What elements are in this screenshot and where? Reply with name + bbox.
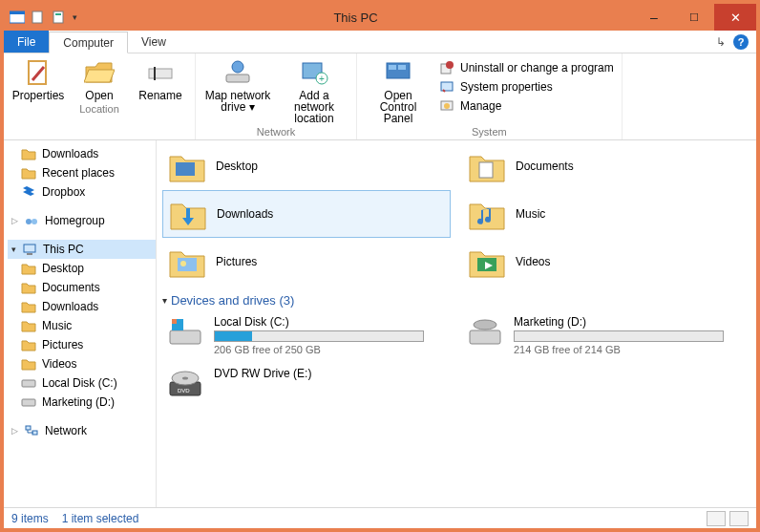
qat-properties-icon[interactable]: [52, 10, 67, 25]
properties-label: Properties: [12, 90, 65, 101]
svg-point-32: [180, 261, 186, 266]
minimize-ribbon-icon[interactable]: ↳: [716, 35, 726, 49]
svg-rect-31: [178, 258, 197, 271]
system-properties-icon: [439, 79, 454, 95]
folder-label: Videos: [516, 255, 550, 268]
quick-access-toolbar: ▾: [4, 10, 77, 25]
maximize-button[interactable]: ☐: [674, 4, 714, 31]
folder-desktop[interactable]: Desktop: [162, 142, 451, 190]
drive-free-label: 214 GB free of 214 GB: [514, 344, 747, 355]
qat-new-icon[interactable]: [31, 10, 46, 25]
svg-rect-6: [149, 69, 172, 78]
folder-label: Pictures: [216, 255, 257, 268]
svg-point-41: [182, 377, 188, 380]
svg-rect-36: [172, 319, 177, 324]
status-item-count: 9 items: [11, 512, 49, 525]
hard-disk-icon: [466, 315, 504, 350]
desktop-folder-icon: [168, 149, 206, 183]
folder-label: Downloads: [217, 207, 273, 221]
svg-point-20: [444, 103, 450, 109]
drive-usage-fill: [215, 331, 252, 341]
properties-button[interactable]: Properties: [11, 57, 65, 101]
nav-pictures[interactable]: Pictures: [8, 335, 156, 354]
chevron-right-icon: ▷: [11, 426, 18, 436]
folder-music[interactable]: Music: [462, 190, 750, 238]
tab-computer[interactable]: Computer: [49, 32, 128, 53]
manage-button[interactable]: Manage: [439, 97, 614, 115]
svg-rect-30: [479, 162, 493, 178]
nav-music[interactable]: Music: [8, 316, 156, 335]
rename-button[interactable]: Rename: [134, 57, 187, 101]
chevron-down-icon: ▾: [11, 245, 16, 254]
drive-marketing-d[interactable]: Marketing (D:) 214 GB free of 214 GB: [462, 311, 750, 359]
manage-label: Manage: [460, 99, 501, 113]
nav-videos[interactable]: Videos: [8, 354, 156, 373]
properties-icon: [23, 57, 53, 88]
nav-downloads-2[interactable]: Downloads: [8, 297, 156, 316]
map-network-drive-button[interactable]: Map network drive ▾: [203, 57, 272, 124]
section-devices[interactable]: ▾ Devices and drives (3): [162, 293, 750, 308]
content-pane[interactable]: Desktop Documents Downloads Music Pictur…: [157, 140, 756, 507]
nav-marketing-d[interactable]: Marketing (D:): [8, 393, 156, 412]
folder-downloads[interactable]: Downloads: [162, 190, 451, 238]
drives-grid: Local Disk (C:) 206 GB free of 250 GB Ma…: [162, 311, 750, 405]
uninstall-icon: [439, 60, 454, 75]
dropbox-icon: [21, 184, 36, 200]
drive-local-c[interactable]: Local Disk (C:) 206 GB free of 250 GB: [162, 311, 451, 359]
open-button[interactable]: Open: [73, 57, 126, 101]
folder-pictures[interactable]: Pictures: [162, 238, 451, 286]
folder-icon: [21, 299, 36, 314]
open-control-panel-button[interactable]: Open Control Panel: [365, 57, 432, 124]
map-drive-icon: [222, 57, 253, 88]
folder-icon: [21, 146, 36, 161]
folder-label: Documents: [516, 160, 574, 173]
nav-downloads[interactable]: Downloads: [8, 144, 156, 163]
details-view-button[interactable]: [707, 511, 726, 526]
drive-icon: [21, 394, 36, 410]
drive-name: Marketing (D:): [514, 315, 747, 329]
tab-view[interactable]: View: [128, 31, 179, 53]
group-system: Open Control Panel Uninstall or change a…: [357, 53, 623, 139]
svg-rect-14: [389, 65, 396, 70]
minimize-button[interactable]: –: [634, 4, 674, 31]
svg-rect-25: [22, 380, 35, 387]
folder-icon: [21, 261, 36, 276]
svg-rect-3: [53, 11, 63, 23]
icons-view-button[interactable]: [729, 511, 749, 526]
help-button[interactable]: ?: [733, 34, 749, 50]
nav-homegroup[interactable]: ▷Homegroup: [8, 211, 156, 230]
drive-icon: [21, 375, 36, 391]
videos-folder-icon: [468, 245, 506, 279]
nav-recent-places[interactable]: Recent places: [8, 163, 156, 182]
nav-dropbox[interactable]: Dropbox: [8, 182, 156, 202]
nav-documents[interactable]: Documents: [8, 278, 156, 297]
nav-this-pc[interactable]: ▾This PC: [8, 240, 156, 259]
add-network-location-button[interactable]: + Add a network location: [280, 57, 348, 124]
nav-desktop[interactable]: Desktop: [8, 259, 156, 278]
svg-rect-18: [441, 82, 453, 91]
system-properties-button[interactable]: System properties: [439, 78, 614, 96]
pictures-folder-icon: [168, 245, 206, 279]
uninstall-program-button[interactable]: Uninstall or change a program: [439, 59, 614, 76]
dvd-drive-icon: DVD: [166, 367, 204, 401]
system-properties-label: System properties: [460, 80, 553, 94]
ribbon: Properties Open Rename Location Map netw…: [4, 53, 756, 140]
nav-network[interactable]: ▷Network: [8, 421, 156, 440]
folder-label: Music: [516, 207, 545, 221]
tab-file[interactable]: File: [4, 31, 49, 53]
recent-icon: [21, 165, 36, 181]
drive-dvd-e[interactable]: DVD DVD RW Drive (E:): [162, 363, 451, 405]
music-folder-icon: [468, 197, 506, 231]
group-location: Properties Open Rename Location: [4, 53, 196, 139]
group-location-title: Location: [79, 103, 119, 115]
uninstall-label: Uninstall or change a program: [460, 61, 614, 74]
nav-local-disk-c[interactable]: Local Disk (C:): [8, 373, 156, 393]
close-button[interactable]: ✕: [714, 4, 756, 31]
navigation-pane[interactable]: Downloads Recent places Dropbox ▷Homegro…: [4, 140, 157, 507]
folder-documents[interactable]: Documents: [462, 142, 750, 190]
svg-rect-4: [55, 13, 61, 15]
svg-point-9: [232, 61, 243, 73]
svg-rect-37: [470, 330, 500, 344]
status-selected: 1 item selected: [62, 512, 139, 525]
folder-videos[interactable]: Videos: [462, 238, 750, 286]
